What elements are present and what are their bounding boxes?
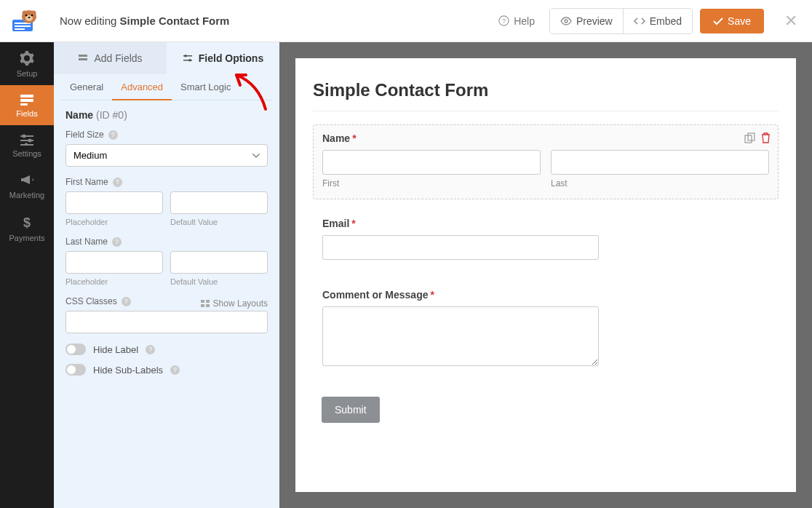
sub-tabs: General Advanced Smart Logic bbox=[61, 74, 272, 100]
svg-rect-25 bbox=[79, 58, 87, 60]
field-actions bbox=[744, 132, 771, 143]
nav-settings[interactable]: Settings bbox=[0, 125, 54, 165]
eye-icon bbox=[560, 17, 572, 25]
nav-fields[interactable]: Fields bbox=[0, 85, 54, 125]
nav-settings-label: Settings bbox=[12, 149, 41, 158]
subtab-advanced[interactable]: Advanced bbox=[112, 74, 172, 100]
comment-label: Comment or Message* bbox=[322, 289, 769, 301]
preview-name-field[interactable]: Name* First Last bbox=[313, 124, 779, 199]
header-actions: ? Help Preview Embed Save ✕ bbox=[498, 8, 797, 34]
embed-button[interactable]: Embed bbox=[623, 9, 692, 33]
last-name-default-input[interactable] bbox=[170, 251, 268, 274]
show-layouts-label: Show Layouts bbox=[213, 298, 268, 309]
preview-label: Preview bbox=[576, 15, 613, 27]
megaphone-icon bbox=[20, 174, 34, 187]
preview-comment-field[interactable]: Comment or Message* bbox=[313, 281, 779, 379]
svg-point-22 bbox=[25, 143, 28, 146]
form-preview: Simple Contact Form Name* First Last bbox=[295, 58, 796, 492]
tab-field-options-label: Field Options bbox=[199, 52, 263, 64]
first-name-default-input[interactable] bbox=[170, 191, 268, 214]
preview-button[interactable]: Preview bbox=[550, 9, 623, 33]
css-classes-label: CSS Classes ? bbox=[65, 296, 131, 306]
close-icon[interactable]: ✕ bbox=[784, 12, 797, 31]
help-icon[interactable]: ? bbox=[108, 130, 118, 140]
header-title: Now editing Simple Contact Form bbox=[60, 15, 498, 27]
svg-point-10 bbox=[28, 17, 31, 18]
main: Setup Fields Settings Marketing $ Paymen… bbox=[0, 42, 812, 508]
nav-setup[interactable]: Setup bbox=[0, 42, 54, 85]
panel-tabs: Add Fields Field Options bbox=[54, 42, 279, 74]
side-panel: Add Fields Field Options General Advance… bbox=[54, 42, 279, 508]
subtab-general[interactable]: General bbox=[61, 74, 112, 100]
comment-textarea[interactable] bbox=[322, 306, 599, 366]
css-classes-row: CSS Classes ? Show Layouts bbox=[65, 296, 268, 333]
css-classes-input[interactable] bbox=[65, 311, 268, 333]
svg-point-9 bbox=[31, 14, 33, 15]
placeholder-sublabel: Placeholder bbox=[65, 277, 163, 286]
svg-point-13 bbox=[565, 20, 568, 23]
field-name-text: Name bbox=[65, 109, 93, 121]
header: Now editing Simple Contact Form ? Help P… bbox=[0, 0, 812, 42]
svg-rect-32 bbox=[201, 304, 204, 307]
svg-point-27 bbox=[184, 55, 187, 57]
hide-sublabels-row: Hide Sub-Labels ? bbox=[65, 364, 268, 376]
preview-email-field[interactable]: Email* bbox=[313, 210, 779, 271]
preview-title: Simple Contact Form bbox=[313, 80, 779, 100]
last-name-input[interactable] bbox=[551, 150, 769, 175]
divider bbox=[313, 111, 779, 111]
duplicate-icon[interactable] bbox=[744, 132, 755, 143]
email-input[interactable] bbox=[322, 235, 599, 260]
tab-add-fields[interactable]: Add Fields bbox=[54, 42, 167, 74]
help-label: Help bbox=[514, 15, 535, 27]
nav-setup-label: Setup bbox=[17, 69, 38, 78]
preview-embed-group: Preview Embed bbox=[549, 8, 693, 34]
default-sublabel: Default Value bbox=[170, 218, 268, 226]
sidebar-nav: Setup Fields Settings Marketing $ Paymen… bbox=[0, 42, 54, 508]
field-options-icon bbox=[183, 54, 193, 63]
first-name-label: First Name ? bbox=[65, 177, 268, 187]
help-icon[interactable]: ? bbox=[122, 297, 131, 306]
hide-sublabels-toggle[interactable] bbox=[65, 364, 86, 376]
add-fields-icon bbox=[78, 54, 88, 63]
field-size-select[interactable]: Medium bbox=[65, 144, 268, 167]
nav-payments-label: Payments bbox=[9, 234, 45, 242]
nav-fields-label: Fields bbox=[16, 109, 37, 118]
svg-rect-15 bbox=[20, 99, 33, 102]
svg-rect-2 bbox=[15, 25, 31, 27]
tab-field-options[interactable]: Field Options bbox=[167, 42, 279, 74]
help-icon[interactable]: ? bbox=[170, 365, 180, 375]
field-name-heading: Name (ID #0) bbox=[65, 109, 268, 121]
first-name-row: First Name ? Placeholder Default Value bbox=[65, 177, 268, 226]
svg-rect-33 bbox=[206, 304, 210, 307]
show-layouts-link[interactable]: Show Layouts bbox=[201, 298, 268, 309]
last-name-placeholder-input[interactable] bbox=[65, 251, 163, 274]
trash-icon[interactable] bbox=[761, 132, 771, 143]
help-icon[interactable]: ? bbox=[113, 178, 122, 187]
nav-marketing-label: Marketing bbox=[9, 191, 44, 199]
field-size-row: Field Size ? Medium bbox=[65, 130, 268, 167]
svg-text:?: ? bbox=[502, 17, 506, 25]
hide-label-toggle[interactable] bbox=[65, 344, 86, 355]
nav-marketing[interactable]: Marketing bbox=[0, 165, 54, 207]
preview-area: Simple Contact Form Name* First Last bbox=[279, 42, 812, 508]
help-link[interactable]: ? Help bbox=[498, 15, 535, 27]
default-sublabel: Default Value bbox=[170, 277, 268, 286]
grid-icon bbox=[201, 300, 210, 307]
first-sublabel: First bbox=[322, 178, 541, 188]
help-icon[interactable]: ? bbox=[146, 345, 155, 354]
first-name-placeholder-input[interactable] bbox=[65, 191, 163, 214]
save-button[interactable]: Save bbox=[700, 9, 764, 33]
nav-payments[interactable]: $ Payments bbox=[0, 207, 54, 250]
first-name-input[interactable] bbox=[322, 150, 541, 175]
dollar-icon: $ bbox=[22, 215, 32, 230]
submit-button[interactable]: Submit bbox=[322, 397, 380, 423]
code-icon bbox=[634, 17, 645, 25]
subtab-smart-logic[interactable]: Smart Logic bbox=[172, 74, 239, 100]
svg-point-29 bbox=[188, 59, 191, 62]
save-label: Save bbox=[728, 15, 751, 27]
panel-body: Name (ID #0) Field Size ? Medium First N… bbox=[54, 100, 279, 393]
field-size-label: Field Size ? bbox=[65, 130, 268, 140]
sliders-icon bbox=[20, 134, 34, 146]
help-icon[interactable]: ? bbox=[112, 237, 122, 247]
gear-icon bbox=[20, 51, 34, 66]
